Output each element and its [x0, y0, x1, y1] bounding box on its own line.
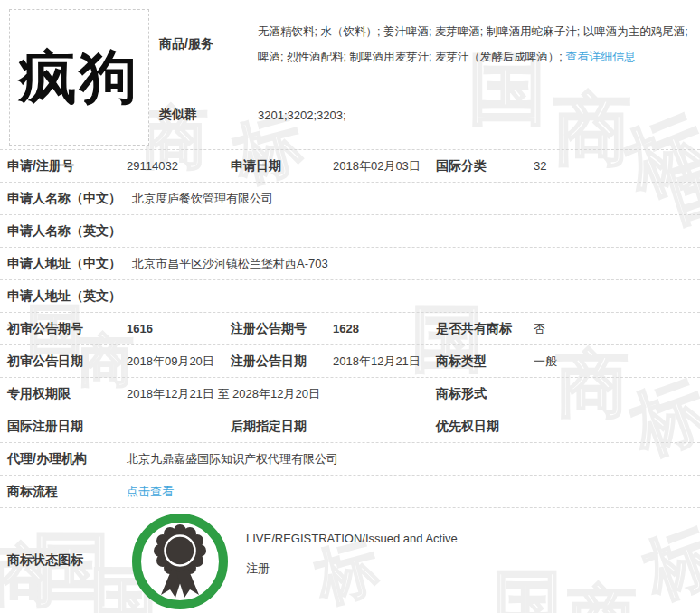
mark-form-label: 商标形式	[436, 386, 534, 402]
award-ribbon-badge-icon	[129, 511, 231, 612]
trademark-name-text: 疯狗	[19, 38, 140, 117]
intl-reg-date-label: 国际注册日期	[7, 419, 127, 435]
reg-gazette-date-value: 2018年12月21日	[333, 354, 436, 370]
applicant-cn-value: 北京度庐餐饮管理有限公司	[132, 191, 700, 207]
first-gazette-no-label: 初审公告期号	[7, 321, 127, 337]
app-date-label: 申请日期	[231, 158, 333, 174]
table-row-gazette-numbers: 初审公告期号 1616 注册公告期号 1628 是否共有商标 否	[0, 313, 700, 345]
intl-class-value: 32	[534, 159, 700, 173]
reg-no-label: 申请/注册号	[7, 158, 127, 174]
status-line-registered: 注册	[246, 561, 458, 577]
shared-mark-label: 是否共有商标	[436, 321, 534, 337]
reg-gazette-no-value: 1628	[333, 322, 436, 335]
table-row-gazette-dates: 初审公告日期 2018年09月20日 注册公告日期 2018年12月21日 商标…	[0, 345, 700, 378]
goods-services-panel: 商品/服务 无酒精饮料; 水（饮料）; 姜汁啤酒; 麦芽啤酒; 制啤酒用蛇麻子汁…	[159, 0, 691, 149]
similar-group-value: 3201;3202;3203;	[258, 108, 346, 122]
first-gazette-date-label: 初审公告日期	[7, 354, 127, 370]
applicant-cn-label: 申请人名称（中文）	[7, 191, 132, 207]
mark-type-label: 商标类型	[436, 354, 534, 370]
table-row-international-dates: 国际注册日期 后期指定日期 优先权日期	[0, 410, 700, 443]
table-row-trademark-process: 商标流程 点击查看	[0, 476, 700, 508]
process-label: 商标流程	[7, 484, 127, 500]
priority-date-label: 优先权日期	[436, 419, 534, 435]
goods-services-label: 商品/服务	[159, 36, 258, 52]
status-line-live: LIVE/REGISTRATION/Issued and Active	[246, 532, 458, 545]
trademark-detail-page: 国 商 标 商 标 国 商 国 商 标 国 国 商 国 标 国 商 标 疯狗 商…	[0, 0, 700, 613]
address-en-label: 申请人地址（英文）	[7, 288, 132, 305]
reg-gazette-no-label: 注册公告期号	[231, 321, 333, 337]
goods-services-row: 商品/服务 无酒精饮料; 水（饮料）; 姜汁啤酒; 麦芽啤酒; 制啤酒用蛇麻子汁…	[159, 0, 691, 80]
intl-class-label: 国际分类	[436, 158, 534, 174]
table-row-applicant-name-en: 申请人名称（英文）	[0, 215, 700, 248]
similar-group-row: 类似群 3201;3202;3203;	[159, 80, 691, 149]
address-cn-value: 北京市昌平区沙河镇松兰堡村西A-703	[132, 256, 700, 272]
table-row-applicant-address-en: 申请人地址（英文）	[0, 280, 700, 313]
table-row-applicant-address-cn: 申请人地址（中文） 北京市昌平区沙河镇松兰堡村西A-703	[0, 248, 700, 280]
reg-gazette-date-label: 注册公告日期	[231, 354, 333, 370]
later-designation-label: 后期指定日期	[231, 419, 333, 435]
table-row-exclusive-period: 专用权期限 2018年12月21日 至 2028年12月20日 商标形式	[0, 378, 700, 410]
table-row-agency: 代理/办理机构 北京九鼎嘉盛国际知识产权代理有限公司	[0, 443, 700, 476]
view-details-link[interactable]: 查看详细信息	[565, 50, 636, 63]
shared-mark-value: 否	[534, 321, 700, 337]
reg-no-value: 29114032	[127, 159, 231, 173]
table-row-applicant-name-cn: 申请人名称（中文） 北京度庐餐饮管理有限公司	[0, 183, 700, 215]
similar-group-label: 类似群	[159, 107, 258, 123]
app-date-value: 2018年02月03日	[333, 158, 436, 174]
exclusive-period-label: 专用权期限	[7, 386, 127, 402]
exclusive-period-value: 2018年12月21日 至 2028年12月20日	[127, 386, 436, 402]
goods-services-value: 无酒精饮料; 水（饮料）; 姜汁啤酒; 麦芽啤酒; 制啤酒用蛇麻子汁; 以啤酒为…	[258, 20, 691, 70]
table-row-trademark-status: 商标状态图标 LIVE/REGISTRATION/Issued and	[0, 508, 700, 613]
agency-value: 北京九鼎嘉盛国际知识产权代理有限公司	[127, 451, 700, 467]
status-text-block: LIVE/REGISTRATION/Issued and Active 注册	[246, 508, 458, 577]
address-cn-label: 申请人地址（中文）	[7, 256, 132, 272]
click-to-view-link[interactable]: 点击查看	[127, 484, 174, 500]
first-gazette-no-value: 1616	[127, 322, 231, 335]
table-row-registration-number: 申请/注册号 29114032 申请日期 2018年02月03日 国际分类 32	[0, 150, 700, 183]
trademark-summary-section: 疯狗 商品/服务 无酒精饮料; 水（饮料）; 姜汁啤酒; 麦芽啤酒; 制啤酒用蛇…	[0, 0, 700, 150]
mark-type-value: 一般	[534, 354, 700, 370]
trademark-image: 疯狗	[9, 9, 149, 146]
agency-label: 代理/办理机构	[7, 451, 127, 467]
applicant-en-label: 申请人名称（英文）	[7, 223, 132, 240]
first-gazette-date-value: 2018年09月20日	[127, 354, 231, 370]
status-label: 商标状态图标	[7, 552, 127, 569]
